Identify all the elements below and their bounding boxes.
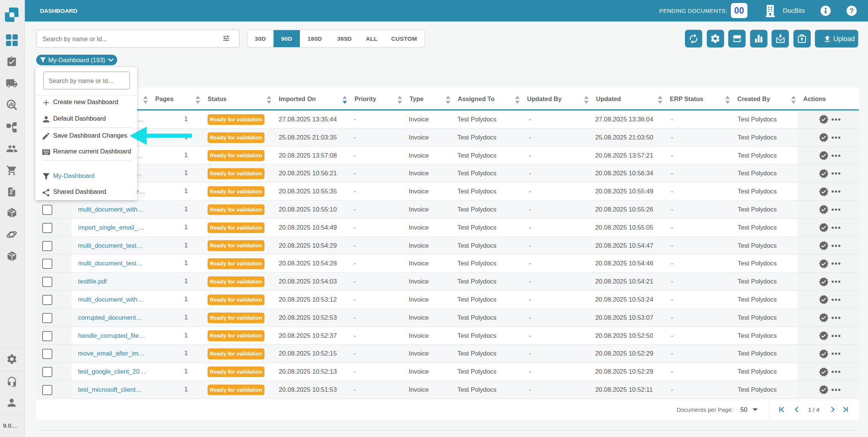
svg-text:$: $ (10, 189, 12, 194)
